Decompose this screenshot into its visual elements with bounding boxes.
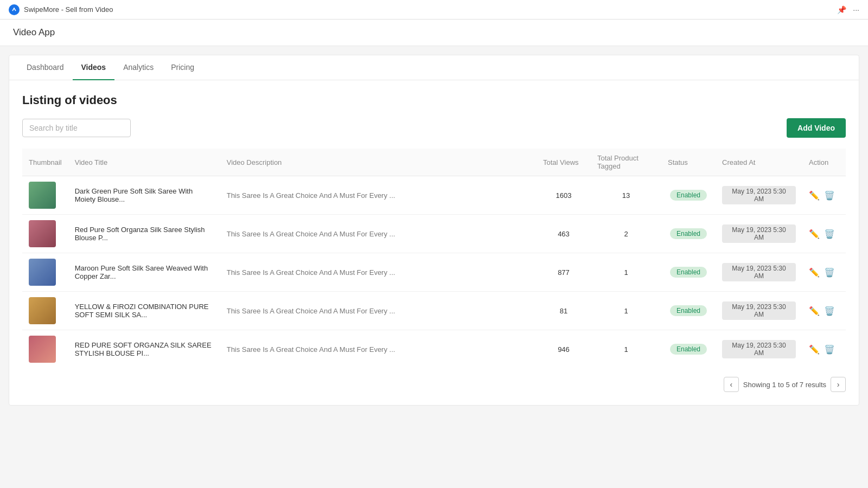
pagination-info: Showing 1 to 5 of 7 results (743, 381, 826, 389)
edit-icon[interactable]: ✏️ (809, 229, 820, 239)
section-title: Listing of videos (22, 93, 846, 107)
table-header-row: Thumbnail Video Title Video Description … (22, 149, 846, 176)
cell-thumbnail (22, 330, 68, 369)
delete-icon[interactable]: 🗑️ (824, 267, 835, 278)
cell-description: This Saree Is A Great Choice And A Must … (220, 176, 537, 215)
top-bar-left: SwipeMore - Sell from Video (9, 4, 113, 15)
cell-description: This Saree Is A Great Choice And A Must … (220, 330, 537, 369)
action-icons: ✏️ 🗑️ (809, 267, 839, 278)
col-header-title: Video Title (68, 149, 220, 176)
status-badge: Enabled (670, 228, 707, 239)
col-header-status: Status (661, 149, 716, 176)
status-badge: Enabled (670, 305, 707, 316)
cell-title: Red Pure Soft Organza Silk Saree Stylish… (68, 215, 220, 253)
cell-created-at: May 19, 2023 5:30 AM (716, 176, 802, 215)
cell-views: 81 (537, 292, 591, 330)
date-badge: May 19, 2023 5:30 AM (722, 224, 796, 243)
thumbnail-image (29, 336, 56, 363)
col-header-views: Total Views (537, 149, 591, 176)
tab-analytics[interactable]: Analytics (114, 55, 162, 80)
cell-title: YELLOW & FIROZI COMBINATION PURE SOFT SE… (68, 292, 220, 330)
action-icons: ✏️ 🗑️ (809, 190, 839, 201)
app-title-label: SwipeMore - Sell from Video (24, 5, 113, 14)
cell-tagged: 1 (591, 292, 661, 330)
cell-title: Maroon Pure Soft Silk Saree Weaved With … (68, 253, 220, 292)
cell-created-at: May 19, 2023 5:30 AM (716, 330, 802, 369)
thumbnail-image (29, 259, 56, 286)
app-logo-icon (9, 4, 20, 15)
col-header-thumbnail: Thumbnail (22, 149, 68, 176)
cell-tagged: 1 (591, 330, 661, 369)
cell-tagged: 13 (591, 176, 661, 215)
cell-views: 463 (537, 215, 591, 253)
cell-status: Enabled (661, 176, 716, 215)
add-video-button[interactable]: Add Video (787, 118, 846, 138)
action-icons: ✏️ 🗑️ (809, 306, 839, 316)
cell-action: ✏️ 🗑️ (802, 215, 846, 253)
thumbnail-image (29, 220, 56, 247)
edit-icon[interactable]: ✏️ (809, 267, 820, 278)
cell-views: 1603 (537, 176, 591, 215)
date-badge: May 19, 2023 5:30 AM (722, 263, 796, 281)
cell-description: This Saree Is A Great Choice And A Must … (220, 292, 537, 330)
cell-title: Dark Green Pure Soft Silk Saree With Moi… (68, 176, 220, 215)
cell-action: ✏️ 🗑️ (802, 253, 846, 292)
cell-action: ✏️ 🗑️ (802, 330, 846, 369)
status-badge: Enabled (670, 344, 707, 355)
cell-description: This Saree Is A Great Choice And A Must … (220, 253, 537, 292)
action-icons: ✏️ 🗑️ (809, 344, 839, 355)
cell-tagged: 2 (591, 215, 661, 253)
table-row: YELLOW & FIROZI COMBINATION PURE SOFT SE… (22, 292, 846, 330)
cell-thumbnail (22, 176, 68, 215)
action-icons: ✏️ 🗑️ (809, 229, 839, 239)
table-row: RED PURE SOFT ORGANZA SILK SAREE STYLISH… (22, 330, 846, 369)
main-content-panel: Dashboard Videos Analytics Pricing Listi… (9, 55, 859, 406)
edit-icon[interactable]: ✏️ (809, 306, 820, 316)
tab-pricing[interactable]: Pricing (162, 55, 203, 80)
cell-created-at: May 19, 2023 5:30 AM (716, 253, 802, 292)
thumbnail-image (29, 297, 56, 324)
cell-tagged: 1 (591, 253, 661, 292)
table-row: Red Pure Soft Organza Silk Saree Stylish… (22, 215, 846, 253)
tab-dashboard[interactable]: Dashboard (18, 55, 73, 80)
cell-thumbnail (22, 215, 68, 253)
videos-table: Thumbnail Video Title Video Description … (22, 149, 846, 368)
more-options-icon[interactable]: ··· (853, 5, 859, 14)
cell-description: This Saree Is A Great Choice And A Must … (220, 215, 537, 253)
edit-icon[interactable]: ✏️ (809, 344, 820, 355)
table-row: Maroon Pure Soft Silk Saree Weaved With … (22, 253, 846, 292)
page-header: Video App (0, 20, 868, 46)
content-area: Listing of videos Add Video Thumbnail Vi… (9, 80, 859, 405)
top-bar: SwipeMore - Sell from Video 📌 ··· (0, 0, 868, 20)
date-badge: May 19, 2023 5:30 AM (722, 186, 796, 204)
toolbar: Add Video (22, 118, 846, 138)
cell-status: Enabled (661, 330, 716, 369)
cell-created-at: May 19, 2023 5:30 AM (716, 215, 802, 253)
status-badge: Enabled (670, 190, 707, 201)
cell-status: Enabled (661, 253, 716, 292)
pagination: ‹ Showing 1 to 5 of 7 results › (22, 368, 846, 392)
edit-icon[interactable]: ✏️ (809, 190, 820, 201)
tab-videos[interactable]: Videos (73, 55, 115, 80)
delete-icon[interactable]: 🗑️ (824, 344, 835, 355)
delete-icon[interactable]: 🗑️ (824, 190, 835, 201)
cell-views: 946 (537, 330, 591, 369)
thumbnail-image (29, 182, 56, 209)
top-bar-actions: 📌 ··· (837, 5, 859, 14)
prev-page-button[interactable]: ‹ (724, 377, 739, 392)
delete-icon[interactable]: 🗑️ (824, 306, 835, 316)
table-row: Dark Green Pure Soft Silk Saree With Moi… (22, 176, 846, 215)
search-input[interactable] (22, 119, 131, 137)
cell-thumbnail (22, 253, 68, 292)
cell-status: Enabled (661, 215, 716, 253)
cell-action: ✏️ 🗑️ (802, 176, 846, 215)
cell-views: 877 (537, 253, 591, 292)
delete-icon[interactable]: 🗑️ (824, 229, 835, 239)
col-header-desc: Video Description (220, 149, 537, 176)
pin-icon[interactable]: 📌 (837, 5, 846, 14)
date-badge: May 19, 2023 5:30 AM (722, 301, 796, 320)
col-header-created: Created At (716, 149, 802, 176)
cell-status: Enabled (661, 292, 716, 330)
next-page-button[interactable]: › (831, 377, 846, 392)
cell-created-at: May 19, 2023 5:30 AM (716, 292, 802, 330)
